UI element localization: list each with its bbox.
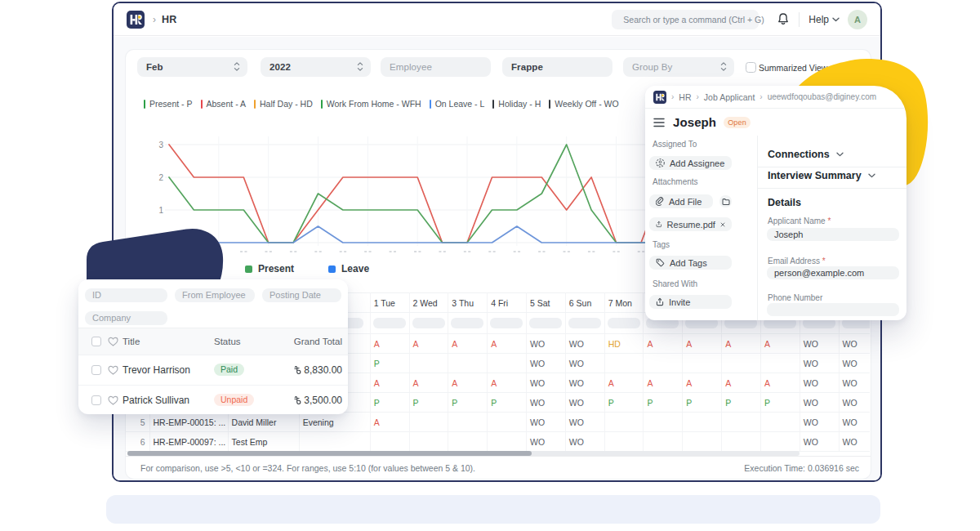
company-filter-input[interactable]: Company — [85, 311, 167, 325]
column-filter-input[interactable] — [529, 318, 562, 328]
row-checkbox[interactable] — [91, 365, 101, 375]
group-by-placeholder: Group By — [632, 62, 672, 72]
invite-label: Invite — [669, 297, 690, 307]
attendance-status-cell: A — [448, 373, 488, 393]
bell-icon — [777, 12, 790, 26]
from-employee-filter-input[interactable]: From Employee — [175, 288, 255, 302]
menu-icon[interactable] — [653, 118, 665, 127]
legend-color-bar — [201, 100, 203, 109]
group-by-select[interactable]: Group By — [623, 57, 734, 77]
column-filter-input[interactable] — [568, 318, 601, 328]
filter-cell — [565, 313, 604, 334]
expense-row[interactable]: Patrick SullivanUnpaid3,500.00 — [78, 385, 348, 414]
attendance-row[interactable]: 6HR-EMP-00097: ...Test EmpWOWOWOWO — [126, 432, 870, 452]
breadcrumb-chevron-icon: › — [153, 14, 156, 25]
filter-cell — [488, 313, 527, 334]
like-heart-icon[interactable] — [108, 337, 118, 346]
tag-icon — [656, 258, 665, 267]
expense-row[interactable]: Trevor HarrisonPaid8,830.00 — [78, 355, 348, 385]
avatar-initial: A — [854, 15, 861, 25]
month-select[interactable]: Feb — [137, 57, 247, 77]
required-asterisk: * — [827, 216, 831, 225]
grand-total-column-header[interactable]: Grand Total — [294, 337, 342, 346]
grand-total-value: 3,500.00 — [294, 395, 342, 406]
status-legend: Present - PAbsent - AHalf Day - HDWork F… — [144, 97, 619, 110]
add-assignee-button[interactable]: Add Assignee — [649, 156, 732, 170]
column-filter-input[interactable] — [608, 318, 640, 328]
report-footer: For comparison, use >5, <10 or =324. For… — [126, 456, 871, 479]
divider — [758, 167, 906, 167]
column-filter-input[interactable] — [490, 318, 523, 328]
select-carets-icon — [357, 61, 363, 72]
status-legend-item: Holiday - H — [492, 99, 541, 109]
select-all-checkbox[interactable] — [91, 337, 101, 346]
phone-number-field[interactable] — [767, 303, 899, 316]
attendance-status-cell: HD — [604, 334, 644, 354]
company-input[interactable]: Frappe — [502, 57, 612, 77]
posting-date-filter-input[interactable]: Posting Date — [262, 288, 341, 302]
invite-button[interactable]: Invite — [649, 295, 732, 309]
breadcrumb-hr[interactable]: HR — [679, 92, 691, 102]
amount-text: 3,500.00 — [304, 395, 342, 406]
like-heart-icon[interactable] — [108, 365, 118, 375]
summarized-view-checkbox[interactable] — [746, 62, 756, 73]
hr-app-logo[interactable] — [653, 91, 666, 104]
attachment-resume[interactable]: Resume.pdf — [649, 217, 732, 231]
day-column-header[interactable]: 6 Sun — [565, 293, 604, 313]
divider — [758, 188, 906, 189]
row-checkbox[interactable] — [91, 395, 101, 405]
attendance-status-cell — [409, 354, 448, 373]
attendance-status-cell: A — [409, 373, 448, 393]
y-axis-label: 3 — [158, 141, 163, 149]
attendance-status-cell: WO — [526, 393, 565, 413]
search-input[interactable]: Search or type a command (Ctrl + G) — [612, 10, 759, 29]
user-avatar[interactable]: A — [848, 10, 867, 29]
employee-input[interactable]: Employee — [381, 57, 491, 77]
shared-with-label: Shared With — [653, 279, 697, 288]
breadcrumb-applicant-id[interactable]: ueewdfoqoubas@diginey.com — [768, 92, 876, 101]
interview-summary-section-toggle[interactable]: Interview Summary — [768, 170, 875, 181]
column-filter-input[interactable] — [373, 318, 406, 328]
add-file-button[interactable]: Add File — [649, 194, 713, 208]
email-address-field[interactable]: person@example.com — [767, 266, 899, 279]
filter-cell — [448, 313, 488, 334]
like-heart-icon[interactable] — [108, 395, 118, 405]
hr-app-logo[interactable] — [127, 11, 145, 29]
day-column-header[interactable]: 4 Fri — [488, 293, 527, 313]
day-column-header[interactable]: 1 Tue — [370, 293, 409, 313]
legend-label: Leave — [341, 263, 369, 274]
notifications-button[interactable] — [777, 12, 790, 26]
status-column-header[interactable]: Status — [214, 337, 241, 346]
chevron-down-icon — [868, 173, 875, 178]
column-filter-input[interactable] — [451, 318, 483, 328]
applicant-name-field[interactable]: Joseph — [767, 228, 899, 241]
breadcrumb[interactable]: HR — [162, 14, 176, 25]
day-column-header[interactable]: 2 Wed — [409, 293, 448, 313]
expense-title[interactable]: Trevor Harrison — [122, 364, 190, 376]
attach-library-button[interactable] — [719, 195, 732, 207]
legend-color-bar — [144, 100, 145, 109]
help-menu[interactable]: Help — [808, 14, 840, 25]
day-column-header[interactable]: 3 Thu — [448, 293, 488, 313]
day-column-header[interactable]: 7 Mon — [604, 293, 644, 313]
breadcrumb-job-applicant[interactable]: Job Applicant — [704, 92, 755, 102]
legend-color-bar — [321, 100, 323, 109]
legend-color-bar — [254, 100, 256, 109]
status-badge[interactable]: Open — [724, 117, 751, 128]
day-column-header[interactable]: 5 Sat — [526, 293, 565, 313]
year-select[interactable]: 2022 — [261, 57, 371, 77]
column-filter-input[interactable] — [412, 318, 445, 328]
title-column-header[interactable]: Title — [122, 337, 140, 346]
chevron-down-icon — [832, 17, 840, 22]
id-filter-input[interactable]: ID — [85, 288, 167, 302]
comparison-hint: For comparison, use >5, <10 or =324. For… — [140, 463, 475, 473]
add-tags-button[interactable]: Add Tags — [649, 256, 732, 270]
expense-title[interactable]: Patrick Sullivan — [122, 395, 189, 406]
attendance-status-cell — [644, 354, 683, 373]
attendance-row[interactable]: 5HR-EMP-00015: ...David MillerEveningAWO… — [126, 413, 870, 432]
remove-attachment-icon[interactable] — [720, 221, 725, 228]
applicant-breadcrumb: › HR › Job Applicant › ueewdfoqoubas@dig… — [645, 86, 906, 109]
attendance-status-cell: P — [448, 393, 488, 413]
connections-section-toggle[interactable]: Connections — [768, 149, 844, 160]
attendance-status-cell: WO — [839, 354, 870, 373]
